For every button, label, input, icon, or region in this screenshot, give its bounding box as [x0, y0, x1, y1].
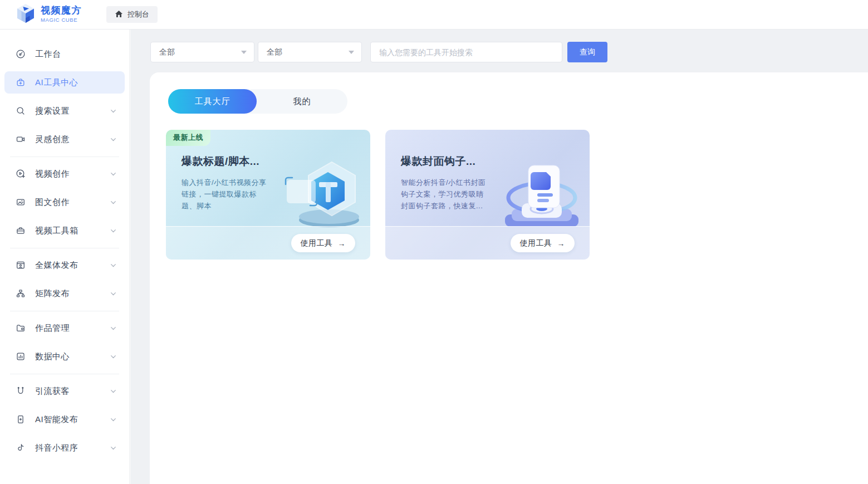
ai-toolbox-icon: [16, 77, 26, 87]
tool-card-hot-title-script[interactable]: 最新上线爆款标题/脚本...输入抖音/小红书视频分享链接，一键提取爆款标题、脚本…: [166, 130, 370, 260]
logo-subtitle: MAGIC CUBE: [41, 17, 82, 23]
card-description-line: 链接，一键提取爆款标: [182, 188, 275, 200]
chevron-down-icon: [110, 325, 117, 332]
app-header: 视频魔方 MAGIC CUBE 控制台: [0, 0, 868, 30]
video-create-icon: [16, 169, 26, 179]
sidebar-divider: [10, 311, 119, 311]
main-content: 全部 全部 查询 工具大厅我的 最新上线爆款标题/脚本...输入抖音/小红书视频…: [130, 30, 868, 484]
category-select[interactable]: 全部: [150, 42, 254, 62]
card-description: 输入抖音/小红书视频分享链接，一键提取爆款标题、脚本: [182, 177, 275, 212]
ai-publish-icon: [16, 414, 26, 424]
media-publish-icon: [16, 260, 26, 270]
matrix-publish-icon: [16, 289, 26, 299]
use-tool-button[interactable]: 使用工具→: [291, 234, 356, 252]
chevron-down-icon: [110, 262, 117, 269]
sidebar-item-data-center[interactable]: 数据中心: [4, 345, 125, 368]
logo-title: 视频魔方: [41, 6, 82, 16]
search-icon: [16, 106, 26, 116]
works-folder-icon: [16, 323, 26, 333]
sidebar-item-label: 全媒体发布: [35, 260, 79, 271]
use-tool-label: 使用工具: [520, 238, 552, 248]
app-root: 视频魔方 MAGIC CUBE 控制台 工作台AI工具中心搜索设置灵感创意视频创…: [0, 0, 868, 484]
chevron-down-icon: [110, 136, 117, 143]
card-footer: 使用工具→: [166, 226, 370, 260]
sidebar-divider: [10, 157, 119, 157]
chevron-down-icon: [110, 388, 117, 395]
card-title: 爆款封面钩子...: [401, 154, 475, 169]
sidebar-item-media-publish[interactable]: 全媒体发布: [4, 254, 125, 276]
chevron-down-icon: [110, 199, 117, 206]
chevron-down-icon: [110, 107, 117, 115]
sidebar-item-douyin-mini-program[interactable]: 抖音小程序: [4, 437, 125, 459]
sidebar-item-image-text-creation[interactable]: 图文创作: [4, 191, 125, 213]
home-icon: [115, 10, 123, 19]
tool-card-hot-cover-hook[interactable]: 爆款封面钩子...智能分析抖音/小红书封面钩子文案，学习优秀吸睛封面钩子套路，快…: [385, 130, 590, 260]
query-button[interactable]: 查询: [567, 42, 607, 62]
type-select[interactable]: 全部: [258, 42, 362, 62]
sidebar-item-label: 灵感创意: [35, 134, 70, 145]
chevron-down-icon: [110, 227, 117, 234]
sidebar-item-video-creation[interactable]: 视频创作: [4, 163, 125, 185]
tab-mine[interactable]: 我的: [257, 96, 347, 107]
sidebar-item-label: 视频创作: [35, 169, 70, 179]
chevron-down-icon: [110, 353, 117, 360]
use-tool-button[interactable]: 使用工具→: [511, 234, 575, 252]
logo: 视频魔方 MAGIC CUBE: [16, 3, 82, 26]
arrow-right-icon: →: [557, 239, 566, 248]
sidebar-divider: [10, 248, 119, 248]
new-badge: 最新上线: [166, 130, 210, 146]
type-select-value: 全部: [267, 47, 282, 57]
sidebar-item-search-settings[interactable]: 搜索设置: [4, 100, 125, 122]
traffic-icon: [16, 386, 26, 396]
card-description-line: 题、脚本: [182, 200, 275, 212]
console-tab-label: 控制台: [127, 9, 149, 19]
chevron-down-icon: [110, 170, 117, 178]
dashboard-icon: [16, 49, 26, 59]
data-center-icon: [16, 351, 26, 361]
sidebar-item-label: 矩阵发布: [35, 289, 70, 299]
sidebar-item-matrix-publish[interactable]: 矩阵发布: [4, 282, 125, 305]
cover-hook-3d-illustration: [497, 158, 586, 228]
sidebar-divider: [10, 374, 119, 374]
sidebar-item-traffic-acquisition[interactable]: 引流获客: [4, 380, 125, 402]
filter-bar: 全部 全部 查询: [150, 42, 607, 62]
card-footer: 使用工具→: [385, 226, 590, 260]
sidebar-item-label: AI工具中心: [35, 77, 78, 88]
sidebar-item-ai-smart-publish[interactable]: AI智能发布: [4, 408, 125, 431]
card-description-line: 输入抖音/小红书视频分享: [182, 177, 275, 188]
console-tab[interactable]: 控制台: [106, 6, 158, 23]
card-title: 爆款标题/脚本...: [182, 154, 259, 169]
tab-bar: 工具大厅我的: [168, 89, 347, 114]
card-description-line: 封面钩子套路，快速复...: [401, 200, 494, 212]
card-description-line: 智能分析抖音/小红书封面: [401, 177, 494, 188]
sidebar-item-label: AI智能发布: [35, 414, 78, 425]
sidebar-item-label: 作品管理: [35, 323, 70, 334]
sidebar-item-ai-tool-center[interactable]: AI工具中心: [4, 71, 125, 94]
sidebar-item-label: 图文创作: [35, 197, 70, 208]
sidebar-item-label: 抖音小程序: [35, 443, 79, 453]
caret-down-icon: [241, 51, 247, 54]
sidebar-item-video-toolbox[interactable]: 视频工具箱: [4, 219, 125, 242]
card-description-line: 钩子文案，学习优秀吸睛: [401, 188, 494, 200]
sidebar-item-works-management[interactable]: 作品管理: [4, 317, 125, 339]
use-tool-label: 使用工具: [301, 238, 333, 248]
sidebar-item-label: 工作台: [35, 49, 61, 60]
chevron-down-icon: [110, 416, 117, 423]
chevron-down-icon: [110, 290, 117, 297]
card-description: 智能分析抖音/小红书封面钩子文案，学习优秀吸睛封面钩子套路，快速复...: [401, 177, 494, 212]
sidebar-item-workbench[interactable]: 工作台: [4, 43, 125, 65]
title-script-3d-illustration: [278, 158, 367, 228]
cube-logo-icon: [16, 3, 36, 26]
sidebar-item-inspiration[interactable]: 灵感创意: [4, 128, 125, 150]
chevron-down-icon: [110, 444, 117, 452]
tool-cards: 最新上线爆款标题/脚本...输入抖音/小红书视频分享链接，一键提取爆款标题、脚本…: [166, 130, 590, 260]
video-toolbox-icon: [16, 226, 26, 236]
caret-down-icon: [349, 51, 354, 54]
sidebar-item-label: 搜索设置: [35, 106, 70, 116]
camera-icon: [16, 134, 26, 144]
douyin-icon: [16, 443, 26, 453]
search-input[interactable]: [370, 42, 562, 62]
sidebar-item-label: 数据中心: [35, 351, 70, 362]
sidebar-item-label: 引流获客: [35, 386, 70, 397]
tab-tool-hall[interactable]: 工具大厅: [168, 89, 257, 114]
